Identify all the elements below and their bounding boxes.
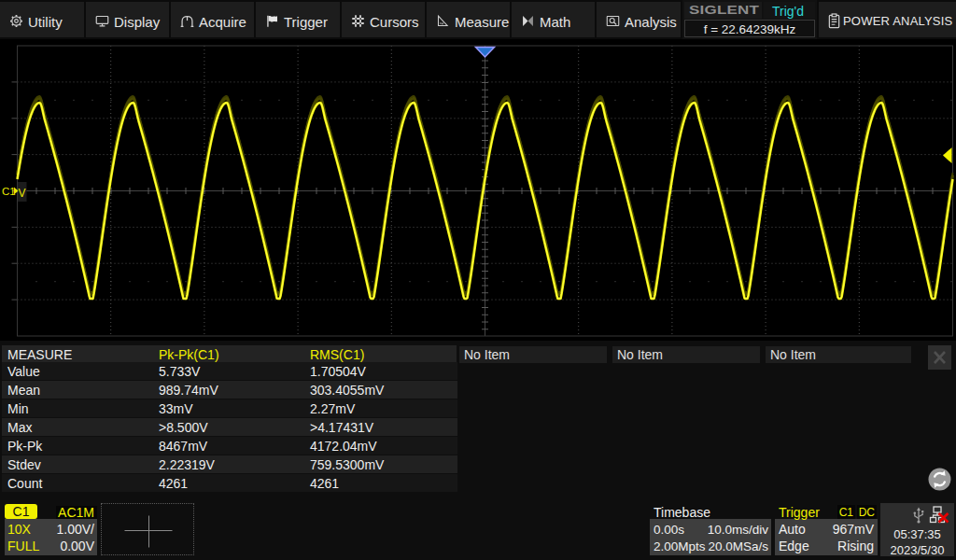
- svg-text:C1: C1: [2, 186, 16, 197]
- svg-text:V: V: [19, 187, 26, 200]
